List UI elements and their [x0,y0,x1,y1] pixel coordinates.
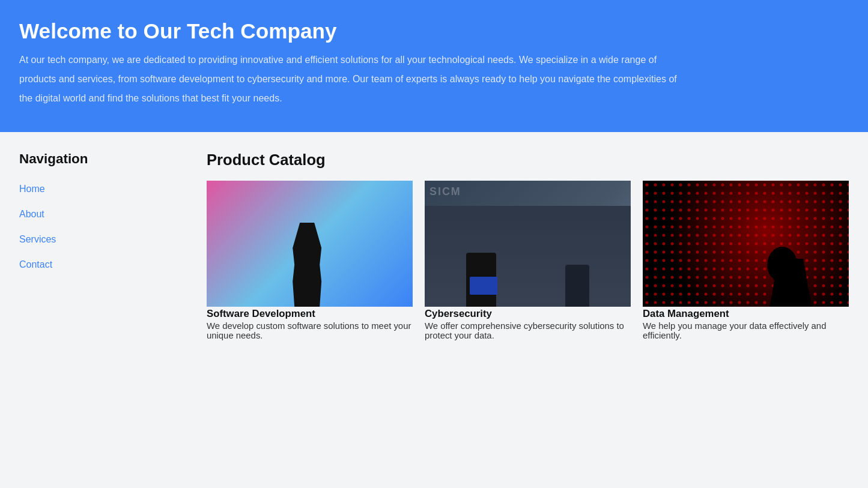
main-layout: Navigation Home About Services Contact P… [0,132,868,360]
sidebar-item-home[interactable]: Home [19,176,187,202]
product-name-cyber: Cybersecurity [425,308,631,320]
product-name-software: Software Development [207,308,413,320]
sidebar-item-contact[interactable]: Contact [19,252,187,277]
sidebar-item-services[interactable]: Services [19,227,187,252]
product-name-data: Data Management [643,308,849,320]
header-title: Welcome to Our Tech Company [19,19,849,43]
sidebar: Navigation Home About Services Contact [19,151,187,340]
header-description: At our tech company, we are dedicated to… [19,50,680,108]
product-image-data [643,181,849,307]
product-desc-cyber: We offer comprehensive cybersecurity sol… [425,321,631,340]
main-content: Product Catalog Software Development We … [207,151,849,340]
product-image-cyber: SICM [425,181,631,307]
product-card-software: Software Development We develop custom s… [207,181,413,340]
product-image-software [207,181,413,307]
catalog-title: Product Catalog [207,151,849,169]
product-grid: Software Development We develop custom s… [207,181,849,340]
product-desc-data: We help you manage your data effectively… [643,321,849,340]
header: Welcome to Our Tech Company At our tech … [0,0,868,132]
product-desc-software: We develop custom software solutions to … [207,321,413,340]
svg-rect-1 [643,181,849,307]
sidebar-title: Navigation [19,151,187,167]
sidebar-item-about[interactable]: About [19,202,187,227]
product-card-cyber: SICM Cybersecurity We offer comprehensiv… [425,181,631,340]
product-card-data: Data Management We help you manage your … [643,181,849,340]
sidebar-nav: Home About Services Contact [19,176,187,277]
